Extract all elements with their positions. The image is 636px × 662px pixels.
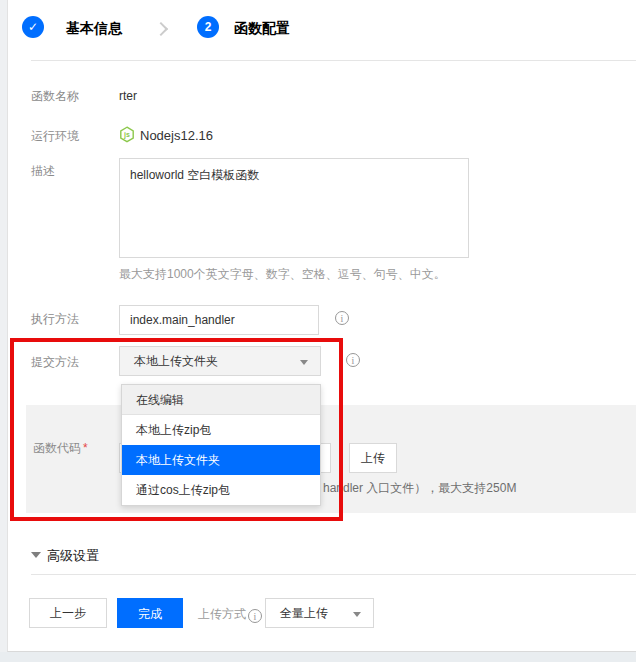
bottom-gutter [0,652,636,662]
handler-label: 执行方法 [31,311,79,327]
step2-circle: 2 [197,16,219,38]
submit-method-selected-value: 本地上传文件夹 [134,354,218,368]
function-code-label: 函数代码* [33,440,88,456]
svg-text:js: js [123,131,130,139]
page-background: ✓ 基本信息 2 函数配置 函数名称 rter 运行环境 js Nodejs12… [0,0,636,662]
function-name-value: rter [119,88,137,104]
upload-mode-select[interactable]: 全量上传 [265,598,374,628]
description-textarea[interactable]: helloworld 空白模板函数 [119,158,469,258]
footer-divider [31,574,636,575]
code-hint-fragment: handler 入口文件），最大支持250M [323,480,516,496]
function-name-label: 函数名称 [31,88,79,104]
submit-method-label: 提交方法 [31,354,79,370]
dropdown-option-cos-zip[interactable]: 通过cos上传zip包 [122,475,320,505]
finish-button[interactable]: 完成 [117,598,183,628]
runtime-value: Nodejs12.16 [140,128,213,144]
handler-input[interactable] [119,305,319,335]
handler-info-icon[interactable]: i [335,311,349,325]
submit-method-select[interactable]: 本地上传文件夹 [119,346,321,376]
upload-mode-selected-value: 全量上传 [280,606,328,620]
dropdown-option-online-edit[interactable]: 在线编辑 [122,385,320,415]
caret-down-icon [353,612,361,617]
dropdown-option-upload-folder[interactable]: 本地上传文件夹 [122,445,320,475]
required-asterisk: * [83,441,88,455]
advanced-settings-toggle[interactable]: 高级设置 [47,547,99,565]
step1-label[interactable]: 基本信息 [66,17,122,39]
submit-method-info-icon[interactable]: i [346,353,360,367]
caret-down-icon [300,360,308,365]
wizard-card: ✓ 基本信息 2 函数配置 函数名称 rter 运行环境 js Nodejs12… [7,0,636,652]
step1-done-circle: ✓ [22,16,44,38]
description-label: 描述 [31,163,55,179]
upload-mode-info-icon[interactable]: i [248,609,262,623]
previous-step-button[interactable]: 上一步 [29,598,107,628]
check-icon: ✓ [28,20,38,34]
step2-label: 函数配置 [234,17,290,39]
runtime-label: 运行环境 [31,128,79,144]
chevron-right-icon [154,22,168,36]
collapse-triangle-icon [31,552,41,558]
description-hint: 最大支持1000个英文字母、数字、空格、逗号、句号、中文。 [119,266,446,282]
nodejs-icon: js [119,126,135,143]
submit-method-dropdown: 在线编辑 本地上传zip包 本地上传文件夹 通过cos上传zip包 [121,384,321,506]
dropdown-option-upload-zip[interactable]: 本地上传zip包 [122,415,320,445]
header-divider [31,60,636,61]
upload-mode-label: 上传方式i [198,606,262,623]
upload-button[interactable]: 上传 [349,443,397,473]
function-code-section [26,405,636,513]
